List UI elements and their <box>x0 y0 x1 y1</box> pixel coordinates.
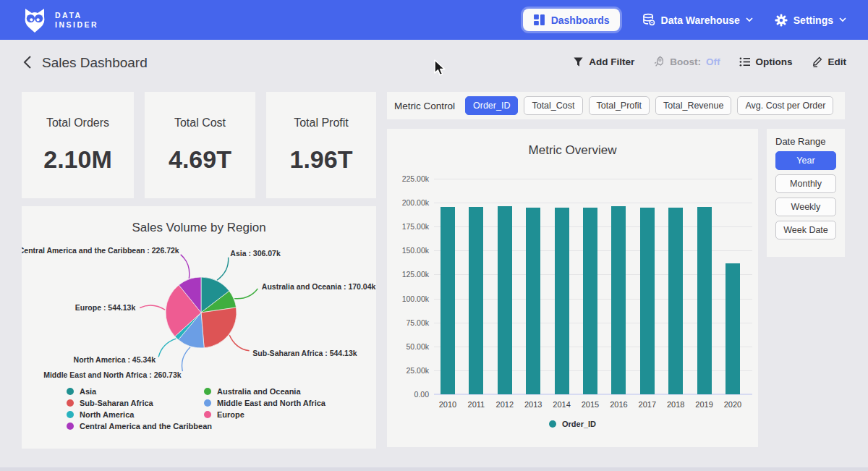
date-range-button-week-date[interactable]: Week Date <box>775 221 836 239</box>
pie-slice-label: Australia and Oceania : 170.04k <box>262 282 376 291</box>
legend-dot <box>67 399 74 407</box>
top-navbar: DATA INSIDER Dashboards <box>0 0 868 40</box>
legend-item-central-america-and-the-caribbean[interactable]: Central America and the Caribbean <box>67 420 212 431</box>
bar-2020[interactable] <box>726 263 740 394</box>
navbar-menu: Dashboards Data Warehouse <box>523 9 846 31</box>
legend-dot <box>67 388 74 395</box>
options-button[interactable]: Options <box>739 56 793 67</box>
kpi-label: Total Cost <box>145 116 255 130</box>
x-axis-tick-label: 2017 <box>631 400 663 409</box>
legend-label: Sub-Saharan Africa <box>80 399 153 407</box>
metric-button-total-revenue[interactable]: Total_Revenue <box>655 96 731 115</box>
bar-2010[interactable] <box>441 207 455 394</box>
legend-item-middle-east-and-north-africa[interactable]: Middle East and North Africa <box>204 397 326 408</box>
y-axis-tick-label: 125.00k <box>387 270 429 279</box>
legend-item-sub-saharan-africa[interactable]: Sub-Saharan Africa <box>67 397 212 408</box>
nav-dashboards-button[interactable]: Dashboards <box>523 9 620 31</box>
screen: DATA INSIDER Dashboards <box>0 0 868 471</box>
legend-item-europe[interactable]: Europe <box>204 409 326 420</box>
bar-2019[interactable] <box>697 207 712 394</box>
bar-2016[interactable] <box>611 206 626 394</box>
bar-2012[interactable] <box>498 206 512 394</box>
legend-label: Australia and Oceania <box>217 387 301 396</box>
legend-item-north-america[interactable]: North America <box>67 409 212 420</box>
date-range-panel: Date Range YearMonthlyWeeklyWeek Date <box>767 129 845 257</box>
pie-leader-line <box>229 335 249 351</box>
kpi-label: Total Profit <box>266 116 376 130</box>
x-axis-tick-label: 2020 <box>717 400 749 409</box>
kpi-card-total-cost: Total Cost 4.69T <box>145 92 255 198</box>
legend-label: Order_ID <box>562 420 596 428</box>
page-title: Sales Dashboard <box>42 55 148 71</box>
metric-control-bar: Metric Control Order_IDTotal_CostTotal_P… <box>387 92 845 119</box>
pie-slice-sub-saharan-africa[interactable] <box>201 307 237 348</box>
bar-2018[interactable] <box>668 208 683 395</box>
pie-leader-line <box>181 255 190 279</box>
dashboards-grid-icon <box>533 14 545 26</box>
y-axis-tick-label: 150.00k <box>387 246 429 255</box>
bar-2013[interactable] <box>526 208 540 395</box>
y-axis-tick-label: 0.00 <box>387 390 429 399</box>
kpi-value: 1.96T <box>266 145 376 174</box>
nav-data-warehouse[interactable]: Data Warehouse <box>642 13 753 27</box>
pie-leader-line <box>158 339 176 357</box>
back-button[interactable] <box>19 54 36 72</box>
legend-dot <box>204 411 211 418</box>
kpi-card-total-profit: Total Profit 1.96T <box>266 92 376 198</box>
metric-button-order-id[interactable]: Order_ID <box>465 96 518 115</box>
metric-button-total-profit[interactable]: Total_Profit <box>589 96 650 115</box>
pie-slice-label: Middle East and North Africa : 260.73k <box>43 370 182 379</box>
metric-button-total-cost[interactable]: Total_Cost <box>524 96 582 115</box>
legend-dot <box>67 411 74 418</box>
rocket-icon <box>653 56 665 67</box>
y-axis-tick-label: 200.00k <box>387 198 429 207</box>
legend-label: North America <box>80 410 134 419</box>
dashboard-toolbar: Sales Dashboard Add Filter Boost: Off <box>0 40 868 87</box>
y-axis-tick-label: 25.00k <box>387 366 429 375</box>
nav-settings-label: Settings <box>793 14 833 26</box>
date-range-button-weekly[interactable]: Weekly <box>775 198 836 216</box>
database-icon <box>642 13 655 27</box>
nav-data-warehouse-label: Data Warehouse <box>661 14 740 26</box>
bar-2017[interactable] <box>640 208 655 395</box>
legend-item-australia-and-oceania[interactable]: Australia and Oceania <box>204 386 326 396</box>
nav-settings[interactable]: Settings <box>775 14 846 27</box>
filter-funnel-icon <box>573 56 584 67</box>
legend-dot <box>549 420 556 428</box>
pie-slice-label: Sub-Saharan Africa : 544.13k <box>252 349 357 357</box>
metric-button-avg-cost-per-order[interactable]: Avg. Cost per Order <box>737 96 833 115</box>
boost-label: Boost: <box>670 56 701 67</box>
kpi-value: 2.10M <box>22 145 134 174</box>
x-axis-tick-label: 2015 <box>574 400 606 409</box>
chevron-down-icon <box>839 17 846 22</box>
nav-dashboards-label: Dashboards <box>551 14 610 26</box>
pie-leader-line <box>217 258 229 280</box>
pie-slice-label: North America : 45.34k <box>74 355 156 364</box>
bar-legend-item-order_id[interactable]: Order_ID <box>549 418 596 429</box>
date-range-label: Date Range <box>775 136 845 147</box>
gridline <box>434 203 752 203</box>
footer-strip <box>0 467 868 471</box>
boost-toggle[interactable]: Boost: Off <box>653 56 720 67</box>
legend-dot <box>67 423 74 430</box>
pie-legend-column-2: Australia and OceaniaMiddle East and Nor… <box>204 386 326 420</box>
legend-label: Middle East and North Africa <box>217 399 326 407</box>
date-range-button-year[interactable]: Year <box>775 151 836 170</box>
pie-leader-line <box>140 305 165 310</box>
kpi-card-total-orders: Total Orders 2.10M <box>22 92 134 198</box>
y-axis-tick-label: 225.00k <box>387 174 429 183</box>
add-filter-button[interactable]: Add Filter <box>573 56 634 67</box>
bar-2015[interactable] <box>583 208 597 395</box>
bar-2011[interactable] <box>469 207 483 394</box>
edit-button[interactable]: Edit <box>812 56 847 67</box>
legend-item-asia[interactable]: Asia <box>67 386 212 396</box>
y-axis-tick-label: 75.00k <box>387 318 429 327</box>
bar-2014[interactable] <box>555 208 569 394</box>
brand-logo[interactable]: DATA INSIDER <box>22 7 98 34</box>
date-range-button-monthly[interactable]: Monthly <box>775 174 836 193</box>
pie-slice-label: Central America and the Caribbean : 226.… <box>22 246 179 255</box>
gridline <box>434 179 752 179</box>
boost-value: Off <box>706 56 720 67</box>
kpi-label: Total Orders <box>22 116 134 130</box>
x-axis-tick-label: 2012 <box>489 400 521 409</box>
